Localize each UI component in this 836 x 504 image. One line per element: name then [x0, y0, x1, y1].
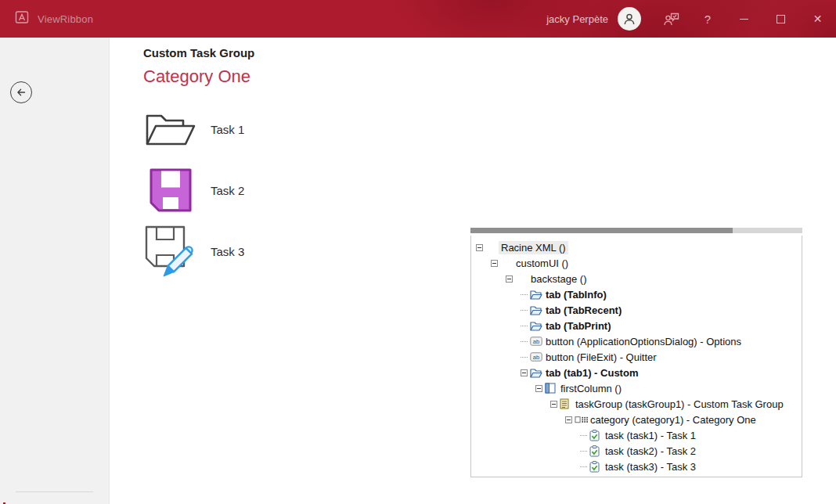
tree-node[interactable]: taskGroup (taskGroup1) - Custom Task Gro… — [471, 396, 802, 412]
tree-expander-icon[interactable] — [565, 416, 572, 423]
scrollbar-thumb[interactable] — [470, 228, 733, 233]
maximize-button[interactable] — [762, 0, 799, 38]
task-icon — [589, 461, 603, 473]
tree-node-label: tab (TabPrint) — [543, 319, 614, 333]
tree-expander-icon[interactable] — [550, 401, 557, 408]
tree-node[interactable]: backstage () — [471, 271, 802, 286]
tree-node-label: Racine XML () — [499, 241, 568, 254]
tree-node[interactable]: customUI () — [471, 255, 802, 271]
folder-icon — [530, 290, 543, 300]
tree-connector — [521, 310, 528, 311]
folder-icon — [530, 368, 543, 378]
tree-node-label: customUI () — [513, 257, 571, 270]
minimize-icon — [740, 19, 748, 20]
task-label: Task 1 — [211, 123, 244, 136]
task-label: Task 2 — [211, 184, 244, 197]
tree-node[interactable]: task (task3) - Task 3 — [471, 459, 802, 474]
tree-node[interactable]: tab (TabRecent) — [471, 302, 802, 318]
tree-node[interactable]: abbutton (FileExit) - Quitter — [471, 349, 802, 365]
help-icon[interactable]: ? — [690, 0, 726, 38]
tree-node-label: firstColumn () — [558, 382, 624, 395]
category-title: Category One — [143, 67, 836, 87]
tree-node[interactable]: task (task2) - Task 2 — [471, 443, 802, 459]
minimize-button[interactable] — [726, 0, 762, 38]
app-window: ViewRibbon jacky Perpète ? — [0, 0, 836, 504]
folder-icon — [530, 305, 543, 315]
task-item[interactable]: Task 3 — [143, 221, 347, 282]
app-title: ViewRibbon — [38, 13, 93, 25]
column-icon — [545, 383, 558, 394]
tree-node[interactable]: tab (tab1) - Custom — [471, 365, 802, 380]
avatar[interactable] — [618, 7, 641, 31]
tree-node-label: button (ApplicationOptionsDialog) - Opti… — [543, 335, 744, 348]
tree-node-label: task (task3) - Task 3 — [603, 460, 698, 473]
back-arrow-icon — [14, 85, 28, 99]
tree-node[interactable]: firstColumn () — [471, 380, 802, 396]
tree-connector — [521, 341, 528, 342]
open-folder-icon — [143, 111, 198, 147]
tree-connector — [580, 435, 587, 436]
button-icon: ab — [530, 352, 543, 362]
svg-text:ab: ab — [533, 338, 539, 345]
tree-node-label: button (FileExit) - Quitter — [543, 351, 659, 364]
sidebar-divider — [16, 491, 93, 492]
task-item[interactable]: Task 1 — [143, 99, 347, 160]
tree-expander-icon[interactable] — [491, 260, 498, 267]
tree-expander-icon[interactable] — [521, 369, 528, 376]
save-as-icon — [143, 225, 198, 277]
tree-node-label: backstage () — [528, 272, 589, 286]
tree-node[interactable]: tab (TabInfo) — [471, 286, 802, 302]
save-icon — [143, 168, 198, 212]
tree-node-label: category (category1) - Category One — [588, 413, 759, 427]
tree-node-label: tab (TabRecent) — [543, 304, 624, 317]
tree-expander-icon[interactable] — [535, 385, 542, 392]
taskgroup-icon — [560, 398, 573, 409]
app-logo-icon — [14, 9, 30, 28]
close-button[interactable]: ✕ — [799, 0, 836, 38]
tree-connector — [521, 294, 528, 295]
feedback-icon[interactable] — [654, 0, 690, 38]
task-icon — [589, 430, 603, 441]
tree-node[interactable]: task (task1) - Task 1 — [471, 427, 802, 443]
button-icon: ab — [530, 337, 543, 346]
tree-node-label: taskGroup (taskGroup1) - Custom Task Gro… — [573, 398, 786, 411]
page-title: Custom Task Group — [143, 46, 836, 59]
help-glyph: ? — [690, 13, 726, 26]
back-button[interactable] — [10, 81, 32, 103]
user-name[interactable]: jacky Perpète — [546, 13, 608, 25]
svg-text:ab: ab — [533, 354, 539, 361]
tree-connector — [521, 357, 528, 358]
tree-node[interactable]: tab (TabPrint) — [471, 318, 802, 333]
tree-node[interactable]: abbutton (ApplicationOptionsDialog) - Op… — [471, 333, 802, 349]
tree-expander-icon[interactable] — [506, 275, 513, 283]
tree-connector — [580, 466, 587, 467]
folder-icon — [530, 321, 543, 331]
tree-node-label: task (task2) - Task 2 — [603, 445, 698, 458]
task-label: Task 3 — [211, 245, 244, 258]
tree-connector — [521, 326, 528, 326]
close-icon: ✕ — [813, 13, 823, 25]
titlebar: ViewRibbon jacky Perpète ? — [0, 0, 836, 38]
content-area: Custom Task Group Category One Task 1Tas… — [110, 38, 836, 504]
task-item[interactable]: Task 2 — [143, 160, 347, 221]
tree-expander-icon[interactable] — [476, 244, 483, 251]
sidebar: Custom — [0, 38, 110, 504]
tree-connector — [580, 451, 587, 452]
task-icon — [589, 445, 603, 457]
tree-node[interactable]: category (category1) - Category One — [471, 412, 802, 427]
maximize-icon — [777, 15, 785, 23]
tree-node-label: tab (tab1) - Custom — [543, 366, 640, 380]
tree-node-label: tab (TabInfo) — [543, 288, 609, 301]
tree-node-label: task (task1) - Task 1 — [603, 429, 698, 442]
sidebar-item-custom[interactable]: Custom — [0, 501, 109, 504]
xml-tree: Racine XML ()customUI ()backstage ()tab … — [470, 236, 802, 477]
tree-horizontal-scrollbar[interactable] — [470, 228, 802, 233]
xml-tree-panel: Racine XML ()customUI ()backstage ()tab … — [470, 228, 802, 477]
tree-node[interactable]: Racine XML () — [471, 239, 802, 255]
category-icon — [575, 415, 588, 424]
